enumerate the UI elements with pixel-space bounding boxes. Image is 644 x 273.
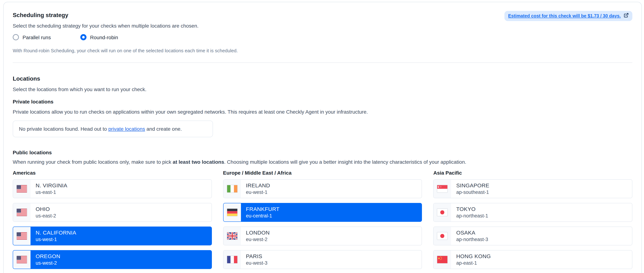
flag-us-icon xyxy=(17,232,27,240)
page: Scheduling strategy Select the schedulin… xyxy=(0,0,644,273)
location-city: FRANKFURT xyxy=(246,206,280,212)
location-text: IRELANDeu-west-1 xyxy=(241,180,270,198)
location-region-code: us-west-1 xyxy=(36,236,76,243)
estimated-cost-text: Estimated cost for this check will be $1… xyxy=(508,13,621,18)
radio-option-round-robin[interactable]: Round-robin xyxy=(80,34,118,40)
empty-notice-text-before: No private locations found. Head out to xyxy=(19,126,108,132)
location-region-code: eu-west-3 xyxy=(246,260,268,266)
radio-selected-icon xyxy=(80,34,86,40)
location-city: N. VIRGINIA xyxy=(36,182,67,189)
location-text: PARISeu-west-3 xyxy=(241,251,268,269)
public-description-bold: at least two locations xyxy=(173,159,224,165)
flag-panel xyxy=(13,251,30,269)
empty-notice-text-after: and create one. xyxy=(145,126,182,132)
scheduling-strategy-options: Parallel runsRound-robin xyxy=(13,34,632,40)
location-card-eu-west-2[interactable]: LONDONeu-west-2 xyxy=(223,227,422,246)
location-text: LONDONeu-west-2 xyxy=(241,227,270,245)
estimated-cost-link[interactable]: Estimated cost for this check will be $1… xyxy=(504,11,632,21)
scheduling-helper-text: With Round-robin Scheduling, your check … xyxy=(13,47,632,54)
flag-panel xyxy=(13,227,30,245)
region-title: Americas xyxy=(13,170,212,176)
scheduling-header: Scheduling strategy Select the schedulin… xyxy=(13,12,632,29)
location-region-code: us-west-2 xyxy=(36,260,60,266)
location-region-code: eu-west-1 xyxy=(246,189,270,195)
location-region-code: ap-southeast-1 xyxy=(456,189,489,195)
location-text: HONG KONGap-east-1 xyxy=(451,251,491,269)
public-locations-grid: AmericasN. VIRGINIAus-east-1OHIOus-east-… xyxy=(13,170,632,273)
location-card-ap-northeast-1[interactable]: TOKYOap-northeast-1 xyxy=(434,203,632,222)
region-title: Europe / Middle East / Africa xyxy=(223,170,422,176)
location-region-code: ap-northeast-1 xyxy=(456,213,488,219)
scheduling-strategy-title: Scheduling strategy xyxy=(13,12,198,19)
public-description-after: . Choosing multiple locations will give … xyxy=(224,159,466,165)
public-locations-description: When running your check from public loca… xyxy=(13,158,632,166)
location-text: OSAKAap-northeast-3 xyxy=(451,227,488,245)
flag-us-icon xyxy=(17,185,27,192)
location-text: FRANKFURTeu-central-1 xyxy=(241,203,280,222)
flag-panel xyxy=(13,203,30,222)
location-city: OSAKA xyxy=(456,230,488,236)
private-locations-description: Private locations allow you to run check… xyxy=(13,108,632,115)
location-city: HONG KONG xyxy=(456,253,491,260)
location-card-ap-east-1[interactable]: HONG KONGap-east-1 xyxy=(434,250,632,269)
location-region-code: us-east-1 xyxy=(36,189,67,195)
public-description-before: When running your check from public loca… xyxy=(13,159,173,165)
radio-option-parallel-runs[interactable]: Parallel runs xyxy=(13,34,51,40)
region-column-asia-pacific: Asia PacificSINGAPOREap-southeast-1TOKYO… xyxy=(434,170,632,273)
private-locations-title: Private locations xyxy=(13,98,632,105)
region-column-americas: AmericasN. VIRGINIAus-east-1OHIOus-east-… xyxy=(13,170,212,273)
location-card-us-west-2[interactable]: OREGONus-west-2 xyxy=(13,250,212,269)
radio-option-label: Round-robin xyxy=(90,34,118,40)
flag-panel xyxy=(223,251,241,269)
check-settings-card: Scheduling strategy Select the schedulin… xyxy=(3,2,642,273)
flag-gb-icon xyxy=(227,232,237,240)
flag-fr-icon xyxy=(227,256,237,263)
region-column-europe-middle-east-africa: Europe / Middle East / AfricaIRELANDeu-w… xyxy=(223,170,422,273)
flag-jp-icon xyxy=(438,209,448,216)
location-city: OREGON xyxy=(36,253,60,260)
location-city: N. CALIFORNIA xyxy=(36,230,76,236)
scheduling-header-text: Scheduling strategy Select the schedulin… xyxy=(13,12,198,29)
private-locations-empty-notice: No private locations found. Head out to … xyxy=(13,121,213,137)
flag-panel xyxy=(223,227,241,245)
flag-de-icon xyxy=(227,209,237,216)
location-card-ap-northeast-3[interactable]: OSAKAap-northeast-3 xyxy=(434,227,632,246)
location-city: OHIO xyxy=(36,206,56,212)
flag-panel xyxy=(434,251,451,269)
location-region-code: us-east-2 xyxy=(36,213,56,219)
location-card-eu-west-1[interactable]: IRELANDeu-west-1 xyxy=(223,179,422,198)
location-city: SINGAPORE xyxy=(456,182,489,189)
radio-unselected-icon xyxy=(13,34,19,40)
location-card-us-west-1[interactable]: N. CALIFORNIAus-west-1 xyxy=(13,227,212,246)
location-city: LONDON xyxy=(246,230,270,236)
location-region-code: ap-northeast-3 xyxy=(456,236,488,243)
region-title: Asia Pacific xyxy=(434,170,632,176)
flag-sg-icon xyxy=(438,185,448,192)
location-card-ap-southeast-1[interactable]: SINGAPOREap-southeast-1 xyxy=(434,179,632,198)
location-region-code: ap-east-1 xyxy=(456,260,491,266)
private-locations-link[interactable]: private locations xyxy=(108,126,145,132)
location-city: IRELAND xyxy=(246,182,270,189)
location-card-eu-west-3[interactable]: PARISeu-west-3 xyxy=(223,250,422,269)
location-card-us-east-1[interactable]: N. VIRGINIAus-east-1 xyxy=(13,179,212,198)
flag-us-icon xyxy=(17,209,27,216)
location-text: TOKYOap-northeast-1 xyxy=(451,203,488,222)
radio-option-label: Parallel runs xyxy=(22,34,51,40)
flag-ie-icon xyxy=(227,185,237,192)
flag-panel xyxy=(434,227,451,245)
flag-us-icon xyxy=(17,256,27,263)
location-text: SINGAPOREap-southeast-1 xyxy=(451,180,489,198)
location-card-eu-central-1[interactable]: FRANKFURTeu-central-1 xyxy=(223,203,422,222)
location-region-code: eu-central-1 xyxy=(246,213,280,219)
flag-panel xyxy=(223,203,241,222)
location-text: OREGONus-west-2 xyxy=(30,251,60,269)
scheduling-strategy-subtitle: Select the scheduling strategy for your … xyxy=(13,22,198,29)
location-text: N. CALIFORNIAus-west-1 xyxy=(30,227,76,245)
external-link-icon xyxy=(624,13,629,19)
location-text: N. VIRGINIAus-east-1 xyxy=(30,180,67,198)
section-divider xyxy=(13,62,632,63)
location-card-us-east-2[interactable]: OHIOus-east-2 xyxy=(13,203,212,222)
flag-panel xyxy=(223,180,241,198)
flag-jp-icon xyxy=(438,232,448,240)
flag-panel xyxy=(13,180,30,198)
